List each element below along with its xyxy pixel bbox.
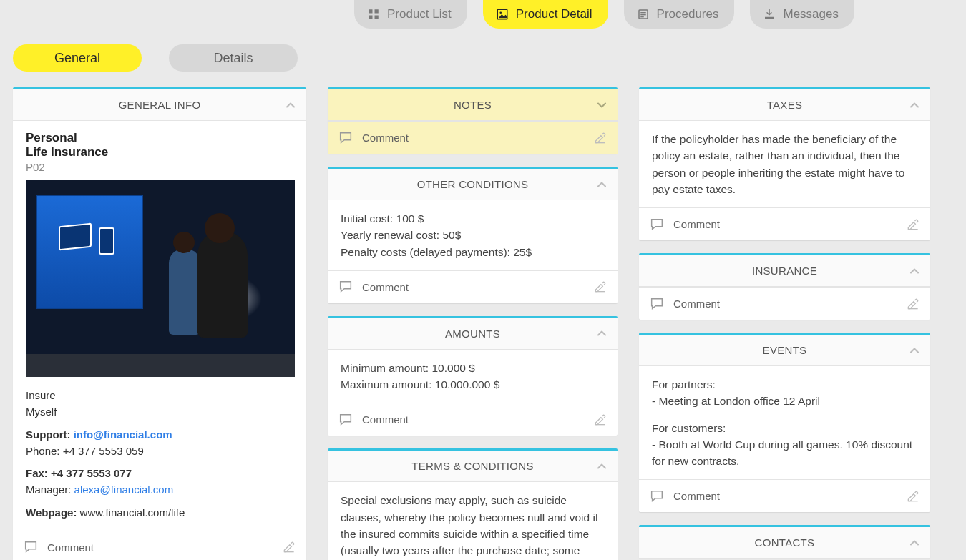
card-events: EVENTS For partners: - Meeting at London…	[639, 333, 930, 512]
edit-icon[interactable]	[593, 413, 608, 427]
comment-row[interactable]: Comment	[328, 121, 618, 154]
comment-row[interactable]: Comment	[13, 531, 306, 560]
comment-label: Comment	[673, 218, 720, 230]
support-label: Support:	[26, 428, 70, 441]
image-icon	[496, 8, 509, 21]
card-header[interactable]: EVENTS	[639, 335, 930, 366]
tab-product-list[interactable]: Product List	[354, 0, 467, 29]
column-right: TAXES If the policyholder has made the b…	[639, 87, 930, 560]
fax-label: Fax:	[26, 467, 48, 479]
comment-row[interactable]: Comment	[328, 403, 618, 436]
card-terms: TERMS & CONDITIONS Special exclusions ma…	[328, 448, 618, 560]
edit-icon[interactable]	[906, 489, 920, 503]
card-body: If the policyholder has made the benefic…	[639, 121, 930, 207]
card-title: GENERAL INFO	[119, 99, 201, 111]
card-title: TERMS & CONDITIONS	[411, 460, 533, 472]
product-title-line2: Life Insurance	[26, 145, 293, 159]
column-middle: NOTES Comment OTHER CONDITIONS Initial c…	[328, 87, 618, 560]
chevron-up-icon[interactable]	[907, 98, 922, 112]
comment-label: Comment	[362, 413, 409, 426]
comment-row[interactable]: Comment	[639, 207, 930, 240]
tab-label: Messages	[783, 7, 838, 21]
card-title: CONTACTS	[755, 536, 815, 549]
chevron-up-icon[interactable]	[595, 177, 609, 192]
card-title: NOTES	[454, 99, 492, 111]
event-line	[652, 410, 917, 420]
product-code: P02	[26, 161, 293, 173]
card-header[interactable]: GENERAL INFO	[13, 89, 306, 121]
event-line: For partners:	[652, 376, 917, 393]
comment-row[interactable]: Comment	[639, 479, 930, 512]
subtab-general[interactable]: General	[13, 44, 142, 72]
column-left: GENERAL INFO Personal Life Insurance P02…	[13, 87, 306, 560]
edit-icon[interactable]	[282, 540, 296, 554]
chevron-up-icon[interactable]	[283, 98, 298, 112]
edit-icon[interactable]	[906, 217, 920, 232]
edit-icon[interactable]	[593, 131, 608, 145]
webpage-value: www.financial.com/life	[80, 506, 185, 519]
support-email-link[interactable]: info@financial.com	[74, 428, 172, 441]
chat-icon	[649, 488, 665, 504]
tab-procedures[interactable]: Procedures	[624, 0, 735, 29]
chevron-up-icon[interactable]	[907, 264, 922, 278]
card-header[interactable]: OTHER CONDITIONS	[328, 169, 618, 200]
chevron-down-icon[interactable]	[595, 98, 609, 112]
card-header[interactable]: CONTACTS	[639, 527, 930, 559]
webpage-label: Webpage:	[26, 506, 77, 519]
sub-nav: General Details	[0, 44, 966, 72]
amount-line: Maximum amount: 10.000.000 $	[341, 376, 605, 393]
comment-label: Comment	[47, 541, 94, 554]
grid-icon	[367, 8, 380, 21]
card-body: Special exclusions may apply, such as su…	[328, 482, 618, 560]
card-title: EVENTS	[763, 344, 807, 356]
edit-icon[interactable]	[906, 297, 920, 311]
chevron-up-icon[interactable]	[595, 459, 609, 473]
tab-label: Product List	[387, 7, 452, 21]
tab-label: Product Detail	[516, 7, 592, 21]
product-image	[26, 180, 295, 377]
condition-line: Yearly renewal cost: 50$	[341, 227, 605, 243]
event-line: For customers:	[652, 420, 917, 436]
info-block: Insure Myself Support: info@financial.co…	[26, 387, 293, 521]
terms-text: Special exclusions may apply, such as su…	[341, 492, 605, 560]
event-line: - Booth at World Cup during all games. 1…	[652, 436, 917, 470]
tab-messages[interactable]: Messages	[750, 0, 854, 29]
chevron-up-icon[interactable]	[595, 326, 609, 340]
chat-icon	[338, 412, 353, 428]
card-header[interactable]: INSURANCE	[639, 255, 930, 287]
card-title: AMOUNTS	[445, 328, 500, 340]
columns-container: GENERAL INFO Personal Life Insurance P02…	[0, 72, 966, 560]
card-body: Personal Life Insurance P02 Insure Mysel…	[13, 121, 306, 531]
manager-email-link[interactable]: alexa@financial.com	[74, 483, 174, 496]
chevron-up-icon[interactable]	[907, 343, 922, 358]
comment-label: Comment	[673, 490, 720, 502]
card-other-conditions: OTHER CONDITIONS Initial cost: 100 $ Yea…	[328, 167, 618, 303]
comment-label: Comment	[362, 132, 409, 144]
phone-label: Phone:	[26, 445, 60, 457]
chat-icon	[649, 217, 665, 232]
condition-line: Initial cost: 100 $	[341, 210, 605, 227]
edit-icon[interactable]	[593, 280, 608, 294]
comment-row[interactable]: Comment	[639, 287, 930, 320]
top-nav: Product List Product Detail Procedures M…	[0, 0, 966, 29]
card-body: For partners: - Meeting at London office…	[639, 366, 930, 479]
taxes-text: If the policyholder has made the benefic…	[652, 131, 917, 197]
chevron-up-icon[interactable]	[907, 536, 922, 550]
tab-product-detail[interactable]: Product Detail	[483, 0, 608, 29]
card-header[interactable]: AMOUNTS	[328, 318, 618, 350]
card-amounts: AMOUNTS Minimum amount: 10.000 $ Maximum…	[328, 316, 618, 436]
chat-icon	[338, 130, 353, 146]
card-taxes: TAXES If the policyholder has made the b…	[639, 87, 930, 240]
subtab-details[interactable]: Details	[169, 44, 298, 72]
subtab-label: Details	[213, 51, 253, 66]
comment-row[interactable]: Comment	[328, 270, 618, 303]
whom-line2: Myself	[26, 403, 293, 420]
card-header[interactable]: TAXES	[639, 89, 930, 121]
card-header[interactable]: NOTES	[328, 89, 618, 121]
card-header[interactable]: TERMS & CONDITIONS	[328, 451, 618, 482]
whom-line1: Insure	[26, 387, 293, 403]
chat-icon	[338, 279, 353, 295]
card-body: Minimum amount: 10.000 $ Maximum amount:…	[328, 350, 618, 403]
event-line: - Meeting at London office 12 April	[652, 393, 917, 409]
card-notes: NOTES Comment	[328, 87, 618, 154]
